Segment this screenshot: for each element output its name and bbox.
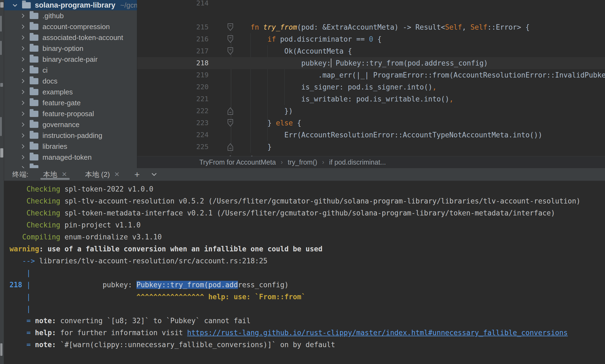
tree-item-docs[interactable]: docs	[4, 76, 137, 87]
chevron-right-icon[interactable]	[20, 56, 26, 62]
line-number[interactable]: 221	[137, 93, 209, 105]
terminal-tab-local-1[interactable]: 本地 ✕	[40, 168, 70, 181]
editor-line: 223 } else {	[137, 117, 605, 129]
chevron-right-icon[interactable]	[20, 35, 26, 41]
tree-item-label: docs	[42, 77, 57, 85]
editor-line: 214	[137, 0, 605, 9]
code-text: }	[234, 143, 272, 151]
terminal-line: Checking pin-project v1.1.0	[10, 219, 605, 231]
chevron-down-icon[interactable]	[12, 2, 18, 8]
code-text: } else {	[234, 119, 301, 127]
tree-item-partial[interactable]	[4, 163, 137, 168]
terminal-link[interactable]: https://rust-lang.github.io/rust-clippy/…	[187, 329, 568, 337]
folder-icon	[30, 45, 38, 52]
chevron-right-icon[interactable]	[20, 45, 26, 51]
terminal-panel: 终端: 本地 ✕ 本地 (2) ✕ + Checking spl-token-2…	[4, 168, 605, 364]
line-number[interactable]: 220	[137, 81, 209, 93]
line-number[interactable]: 218	[137, 57, 209, 69]
breadcrumb-item[interactable]: TryFrom for AccountMeta	[199, 158, 276, 166]
line-number[interactable]: 214	[137, 0, 209, 9]
chevron-right-icon[interactable]	[20, 24, 26, 30]
tree-item-.github[interactable]: .github	[4, 10, 137, 21]
chevron-right-icon[interactable]	[20, 89, 26, 95]
tree-item-label: account-compression	[42, 23, 110, 31]
editor-spacer	[137, 9, 605, 21]
fold-marker-icon[interactable]	[227, 23, 234, 32]
chevron-right-icon[interactable]	[20, 143, 26, 149]
editor-line: 221 is_writable: pod.is_writable.into(),	[137, 93, 605, 105]
tree-item-binary-option[interactable]: binary-option	[4, 43, 137, 54]
line-number[interactable]: 223	[137, 117, 209, 129]
tree-item-feature-gate[interactable]: feature-gate	[4, 97, 137, 108]
tree-item-examples[interactable]: examples	[4, 87, 137, 97]
line-number[interactable]: 222	[137, 105, 209, 117]
code-text: is_writable: pod.is_writable.into(),	[234, 95, 454, 103]
tree-item-ci[interactable]: ci	[4, 65, 137, 76]
tree-item-associated-token-account[interactable]: associated-token-account	[4, 32, 137, 43]
code-text: Ok(AccountMeta {	[234, 47, 352, 55]
tree-item-libraries[interactable]: libraries	[4, 141, 137, 152]
terminal-selection: Pubkey::try_from(pod.add	[136, 281, 238, 289]
line-number[interactable]: 216	[137, 33, 209, 45]
tree-item-managed-token[interactable]: managed-token	[4, 152, 137, 163]
chevron-right-icon[interactable]	[20, 111, 26, 117]
terminal-tab-label: 本地	[43, 170, 57, 179]
chevron-right-icon[interactable]	[20, 100, 26, 106]
line-number[interactable]: 225	[137, 141, 209, 153]
breadcrumb-item[interactable]: if pod.discriminat...	[329, 158, 386, 166]
chevron-right-icon[interactable]	[20, 78, 26, 84]
line-number[interactable]: 217	[137, 45, 209, 57]
terminal-line: Checking spl-token-metadata-interface v0…	[10, 207, 605, 219]
fold-marker-icon[interactable]	[227, 35, 234, 44]
code-text: })	[234, 107, 293, 115]
code-text: .map_err(|_| ProgramError::from(AccountR…	[234, 71, 605, 79]
breadcrumb: TryFrom for AccountMeta›try_from()›if po…	[137, 156, 605, 168]
breadcrumb-item[interactable]: try_from()	[288, 158, 317, 166]
text-caret	[331, 58, 331, 67]
project-root-row[interactable]: solana-program-library ~/gcmutator-githu…	[4, 0, 137, 10]
tree-item-binary-oracle-pair[interactable]: binary-oracle-pair	[4, 54, 137, 65]
folder-icon	[30, 13, 38, 19]
terminal-tab-bar: 终端: 本地 ✕ 本地 (2) ✕ +	[4, 168, 605, 181]
tree-item-label: ci	[42, 66, 48, 75]
fold-marker-icon[interactable]	[227, 119, 234, 127]
terminal-output[interactable]: Checking spl-token-2022 v1.0.0 Checking …	[4, 181, 605, 351]
breadcrumb-separator: ›	[322, 159, 324, 166]
fold-marker-icon[interactable]	[227, 143, 234, 151]
terminal-tab-local-2[interactable]: 本地 (2) ✕	[82, 168, 123, 181]
tree-item-account-compression[interactable]: account-compression	[4, 21, 137, 32]
chevron-right-icon[interactable]	[20, 67, 26, 73]
folder-icon	[30, 132, 38, 139]
project-root-name: solana-program-library	[35, 1, 115, 10]
chevron-right-icon[interactable]	[20, 154, 26, 160]
chevron-right-icon[interactable]	[20, 132, 26, 138]
tree-item-label: binary-oracle-pair	[42, 55, 97, 64]
folder-icon	[30, 111, 38, 117]
fold-marker-icon[interactable]	[227, 47, 234, 55]
editor-line: 218 pubkey: Pubkey::try_from(pod.address…	[137, 57, 605, 69]
line-number[interactable]: 224	[137, 129, 209, 141]
tree-item-instruction-padding[interactable]: instruction-padding	[4, 130, 137, 141]
tool-stripe-mark	[0, 343, 2, 356]
new-terminal-button[interactable]: +	[134, 168, 140, 181]
tree-item-label: instruction-padding	[42, 131, 102, 140]
terminal-line: = note: `#[warn(clippy::unnecessary_fall…	[10, 339, 605, 351]
tree-item-label: .github	[42, 12, 64, 20]
close-icon[interactable]: ✕	[62, 171, 67, 178]
tool-stripe-mark	[0, 148, 3, 158]
folder-icon	[30, 154, 38, 161]
chevron-right-icon[interactable]	[20, 122, 26, 128]
folder-icon	[30, 100, 38, 106]
tree-item-label: examples	[42, 88, 73, 96]
chevron-right-icon[interactable]	[20, 13, 26, 19]
line-number[interactable]: 215	[137, 21, 209, 33]
line-number[interactable]: 219	[137, 69, 209, 81]
tree-item-feature-proposal[interactable]: feature-proposal	[4, 108, 137, 119]
tool-stripe-mark	[0, 117, 2, 136]
tree-item-label: libraries	[42, 142, 67, 151]
fold-marker-icon[interactable]	[227, 107, 234, 115]
chevron-down-icon[interactable]	[150, 172, 158, 177]
code-editor[interactable]: 214215 fn try_from(pod: &ExtraAccountMet…	[137, 0, 605, 168]
close-icon[interactable]: ✕	[114, 171, 120, 178]
tree-item-governance[interactable]: governance	[4, 119, 137, 130]
